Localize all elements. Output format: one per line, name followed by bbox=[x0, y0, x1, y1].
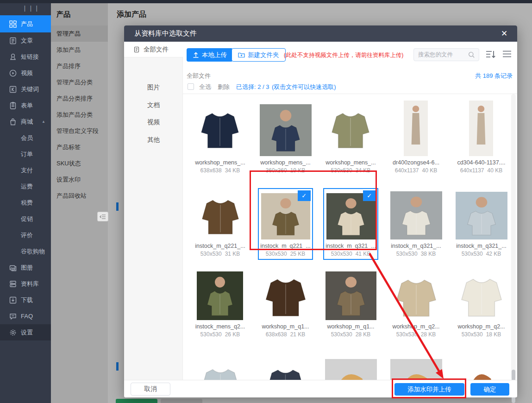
file-card-selected[interactable]: ✓instock_m_q321_...530x53041 KB bbox=[323, 188, 378, 260]
file-card[interactable]: workshop_mens_...360x36019 KB bbox=[260, 100, 312, 174]
form-icon bbox=[9, 102, 17, 109]
sidebar-subitem[interactable]: 会员 bbox=[0, 130, 51, 146]
file-meta: 530x53018 KB bbox=[462, 332, 501, 338]
sidebar-subitem[interactable]: 谷歌购物 bbox=[0, 243, 51, 259]
close-icon[interactable]: ✕ bbox=[499, 28, 510, 39]
submenu-collapse-button[interactable] bbox=[97, 212, 108, 221]
file-name: instock_m_q221_... bbox=[195, 243, 245, 249]
file-card[interactable]: workshop_m_q1...638x63821 KB bbox=[262, 271, 310, 338]
file-thumbnail bbox=[457, 271, 507, 320]
file-card[interactable]: workshop_m_q1...530x53028 KB bbox=[325, 271, 376, 338]
file-card-selected[interactable]: ✓instock_m_q221_...530x53025 KB bbox=[258, 188, 313, 260]
check-icon: ✓ bbox=[298, 190, 311, 201]
file-meta: 530x53038 KB bbox=[396, 251, 436, 257]
file-card[interactable]: workshop_mens_...530x53034 KB bbox=[325, 100, 376, 174]
sidebar-subitem[interactable]: 支付 bbox=[0, 162, 51, 178]
search-input[interactable] bbox=[418, 49, 467, 60]
main-sidebar: ❘❘❘ 产品文章短链接视频关键词表单商城▲会员订单支付运费税费促销评价谷歌购物图… bbox=[0, 0, 51, 403]
sidebar-subitem[interactable]: 促销 bbox=[0, 211, 51, 227]
file-name: instock_mens_q2... bbox=[195, 323, 245, 330]
file-card[interactable]: workshop_m_q2...530x53018 KB bbox=[457, 271, 507, 338]
tab-2[interactable]: 文档 bbox=[124, 97, 183, 113]
search-icon[interactable] bbox=[468, 51, 475, 58]
file-meta: 530x53028 KB bbox=[331, 332, 371, 338]
file-name: workshop_m_q1... bbox=[262, 323, 309, 330]
sidebar-item-keyword[interactable]: 关键词 bbox=[0, 81, 51, 97]
file-thumbnail bbox=[325, 271, 376, 320]
file-card[interactable] bbox=[263, 359, 307, 380]
file-thumbnail bbox=[325, 359, 377, 380]
file-card[interactable]: instock_m_q321_...530x53042 KB bbox=[456, 190, 507, 257]
sidebar-subitem[interactable]: 订单 bbox=[0, 146, 51, 162]
file-meta: 530x53041 KB bbox=[331, 251, 371, 257]
sidebar-item-settings[interactable]: 设置 bbox=[0, 324, 51, 340]
sidebar-item-download[interactable]: 下载 bbox=[0, 292, 51, 308]
screen: 添加产品 产品 管理产品添加产品产品排序管理产品分类产品分类排序添加产品分类管理… bbox=[0, 0, 532, 403]
add-watermark-upload-button[interactable]: 添加水印并上传 bbox=[394, 383, 464, 396]
local-upload-button[interactable]: 本地上传 bbox=[187, 48, 233, 62]
file-meta: 530x53028 KB bbox=[396, 332, 436, 338]
sidebar-subitem[interactable]: 评价 bbox=[0, 227, 51, 243]
double-click-hint: (双击文件可以快速选取) bbox=[272, 83, 336, 91]
delete-label[interactable]: 删除 bbox=[218, 83, 230, 91]
file-name: instock_m_q221_... bbox=[260, 243, 310, 249]
sidebar-item-article[interactable]: 文章 bbox=[0, 32, 51, 49]
grid-icon bbox=[9, 20, 17, 28]
sidebar-item-library[interactable]: 资料库 bbox=[0, 276, 51, 292]
file-meta: 638x63821 KB bbox=[266, 332, 306, 338]
tab-active-0[interactable]: 全部文件 bbox=[124, 42, 183, 57]
file-name: workshop_mens_... bbox=[260, 159, 310, 166]
file-meta: 360x36019 KB bbox=[266, 168, 306, 174]
current-folder-label: 全部文件 bbox=[187, 72, 211, 80]
tab-3[interactable]: 视频 bbox=[124, 114, 183, 130]
file-card[interactable]: workshop_mens_...638x63834 KB bbox=[195, 100, 245, 174]
select-all-label[interactable]: 全选 bbox=[199, 83, 211, 91]
file-thumbnail bbox=[328, 100, 373, 156]
top-strip bbox=[0, 0, 532, 3]
file-name: workshop_m_q2... bbox=[457, 323, 505, 330]
upload-warning-text: (此处不支持视频文件上传，请前往资料库上传) bbox=[284, 51, 403, 59]
tab-1[interactable]: 图片 bbox=[124, 80, 183, 95]
faq-icon bbox=[9, 313, 17, 320]
file-thumbnail bbox=[197, 271, 243, 320]
download-icon bbox=[9, 296, 17, 304]
file-card[interactable]: instock_mens_q2...530x53026 KB bbox=[195, 271, 245, 338]
sidebar-item-store[interactable]: 商城▲ bbox=[0, 113, 51, 130]
tab-4[interactable]: 其他 bbox=[124, 132, 183, 148]
file-picker-modal: 从资料库中选取文件 ✕ 全部文件图片文档视频其他 本地上传 新建文件夹 (此处不… bbox=[124, 25, 517, 397]
collapse-panel-icon bbox=[100, 214, 106, 220]
new-folder-button[interactable]: 新建文件夹 bbox=[232, 48, 286, 62]
sort-icon[interactable] bbox=[486, 50, 496, 59]
file-card[interactable]: instock_m_q321_...530x53038 KB bbox=[390, 190, 442, 257]
file-card[interactable]: instock_m_q221_...530x53031 KB bbox=[195, 190, 245, 257]
sidebar-item-album[interactable]: 图册 bbox=[0, 259, 51, 276]
cancel-button[interactable]: 取消 bbox=[131, 383, 170, 396]
sidebar-collapse-icon[interactable]: ❘❘❘ bbox=[22, 5, 40, 12]
sidebar-item-faq[interactable]: FAQ bbox=[0, 308, 51, 324]
sidebar-item-link[interactable]: 短链接 bbox=[0, 49, 51, 65]
sidebar-item-grid[interactable]: 产品 bbox=[0, 15, 51, 32]
file-meta: 638x63834 KB bbox=[200, 168, 240, 174]
folder-plus-icon bbox=[238, 52, 245, 58]
sidebar-subitem[interactable]: 运费 bbox=[0, 178, 51, 195]
sidebar-item-video[interactable]: 视频 bbox=[0, 65, 51, 81]
file-name: workshop_m_q1... bbox=[327, 323, 374, 330]
file-meta: 640x113740 KB bbox=[395, 168, 438, 174]
confirm-button[interactable]: 确定 bbox=[470, 383, 509, 396]
file-card[interactable] bbox=[460, 359, 503, 380]
file-card[interactable]: workshop_m_q2...530x53028 KB bbox=[392, 271, 440, 338]
sidebar-item-form[interactable]: 表单 bbox=[0, 97, 51, 113]
file-meta: 530x53042 KB bbox=[462, 251, 501, 257]
file-meta: 640x113740 KB bbox=[460, 168, 503, 174]
file-card[interactable]: dr400zongse4-6...640x113740 KB bbox=[393, 100, 439, 174]
list-view-icon[interactable] bbox=[502, 50, 512, 58]
scrollbar-track[interactable] bbox=[511, 94, 516, 380]
select-all-checkbox[interactable] bbox=[188, 83, 194, 90]
file-card[interactable] bbox=[390, 359, 442, 380]
file-meta: 530x53025 KB bbox=[266, 251, 306, 257]
file-card[interactable] bbox=[325, 359, 377, 380]
sidebar-subitem[interactable]: 税费 bbox=[0, 195, 51, 211]
modal-title: 从资料库中选取文件 bbox=[134, 29, 197, 38]
file-card[interactable]: cd304-640-1137....640x113740 KB bbox=[457, 100, 505, 174]
file-card[interactable] bbox=[198, 359, 243, 380]
